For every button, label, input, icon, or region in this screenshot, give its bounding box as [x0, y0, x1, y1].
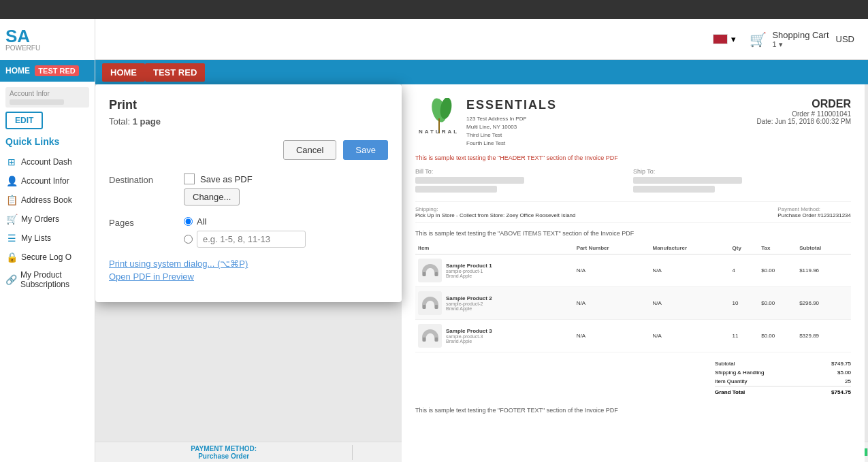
cart-section[interactable]: 🛒 Shopping Cart 1 ▾	[750, 30, 829, 49]
sidebar: SA POWERFU HOME TEST RED Account Infor E…	[0, 19, 95, 462]
account-section-title: Account Infor	[10, 90, 85, 97]
language-selector[interactable]: ▾	[713, 34, 736, 44]
invoice-totals: Subtotal $749.75 Shipping & Handling $5.…	[415, 359, 851, 397]
destination-label: Destination	[109, 174, 184, 185]
iq-value: 25	[845, 378, 851, 384]
invoice-shipping-row: Shipping: Pick Up In Store - Collect fro…	[415, 201, 851, 223]
pages-label: Pages	[109, 216, 184, 228]
cancel-button[interactable]: Cancel	[283, 140, 336, 160]
cart-count: 1 ▾	[772, 40, 829, 49]
address-line1: 123 Test Address In PDF	[466, 115, 557, 123]
save-button[interactable]: Save	[343, 140, 388, 160]
svg-rect-4	[423, 272, 425, 276]
print-system-dialog-link[interactable]: Print using system dialog... (⌥⌘P)	[109, 259, 388, 269]
print-dialog-title: Print	[109, 98, 388, 112]
change-button[interactable]: Change...	[184, 188, 240, 205]
sidebar-item-account-info[interactable]: 👤 Account Infor	[5, 171, 89, 191]
us-flag-icon	[713, 34, 728, 44]
gt-value: $754.75	[831, 389, 851, 395]
shipping-info: Shipping: Pick Up In Store - Collect fro…	[415, 206, 576, 218]
cart-info: Shopping Cart 1 ▾	[772, 30, 829, 49]
sidebar-item-my-orders[interactable]: 🛒 My Orders	[5, 210, 89, 229]
order-number: Order # 110001041	[757, 110, 851, 118]
table-row: Sample Product 2 sample-product-2 Brand …	[415, 287, 851, 320]
pages-custom-radio[interactable]	[184, 235, 193, 244]
sidebar-item-subscriptions[interactable]: 🔗 My Product Subscriptions	[5, 267, 89, 293]
subscriptions-label: My Product Subscriptions	[20, 270, 89, 289]
product-brand: Brand Apple	[446, 306, 492, 311]
nav-home[interactable]: HOME	[102, 63, 145, 82]
invoice-header-text: This is sample text testing the "HEADER …	[415, 154, 851, 161]
svg-rect-8	[423, 337, 425, 342]
pages-custom-row	[184, 231, 388, 248]
bottom-payment: PAYMENT METHOD: Purchase Order	[95, 445, 353, 460]
invoice-above-items-text: This is sample text testing the "ABOVE I…	[415, 230, 851, 237]
col-subtotal: Subtotal	[797, 242, 851, 254]
company-logo-svg: NATURAL	[415, 98, 463, 135]
open-pdf-preview-link[interactable]: Open PDF in Preview	[109, 271, 388, 282]
company-address: 123 Test Address In PDF Multi Line, NY 1…	[466, 115, 557, 148]
payment-value: Purchase Order #1231231234	[777, 212, 851, 218]
invoice-preview: NATURAL ESSENTIALS 123 Test Address In P…	[402, 84, 865, 462]
product-subtotal: $119.96	[797, 254, 851, 287]
pages-options: All	[184, 216, 388, 248]
pages-all-label: All	[197, 216, 206, 227]
top-bar	[0, 0, 868, 19]
pages-row: Pages All	[109, 216, 388, 248]
pages-options-group: All	[184, 216, 388, 248]
company-name: ESSENTIALS	[466, 98, 557, 112]
invoice-totals-box: Subtotal $749.75 Shipping & Handling $5.…	[715, 359, 851, 397]
col-qty: Qty	[730, 242, 759, 254]
product-item-cell: Sample Product 2 sample-product-2 Brand …	[415, 287, 574, 320]
product-tax: $0.00	[758, 320, 797, 352]
subtotal-value: $749.75	[831, 361, 851, 367]
dashboard-icon: ⊞	[5, 156, 18, 168]
invoice-footer-text: This is sample text testing the "FOOTER …	[415, 407, 851, 414]
cart-icon: 🛒	[750, 31, 767, 48]
product-brand: Brand Apple	[446, 339, 492, 344]
ship-to-name-blurred	[633, 177, 742, 184]
sidebar-item-address-book[interactable]: 📋 Address Book	[5, 191, 89, 210]
product-sku: sample-product-2	[446, 301, 492, 306]
sidebar-item-dashboard[interactable]: ⊞ Account Dash	[5, 152, 89, 171]
product-mfg: N/A	[649, 287, 729, 320]
account-info-icon: 👤	[5, 175, 18, 187]
edit-button[interactable]: EDIT	[5, 112, 43, 129]
subtotal-label: Subtotal	[715, 361, 735, 367]
sidebar-item-secure-log[interactable]: 🔒 Secure Log O	[5, 248, 89, 267]
currency-selector[interactable]: USD	[836, 34, 854, 44]
nav-test-red[interactable]: TEST RED	[145, 63, 205, 82]
product-mfg: N/A	[649, 254, 729, 287]
svg-rect-7	[435, 305, 438, 309]
subtotal-row: Subtotal $749.75	[715, 359, 851, 368]
invoice-logo: NATURAL ESSENTIALS 123 Test Address In P…	[415, 98, 557, 148]
svg-rect-9	[435, 337, 438, 342]
svg-rect-6	[423, 305, 425, 309]
account-info-label: Account Infor	[5, 87, 89, 108]
table-row: Sample Product 1 sample-product-1 Brand …	[415, 254, 851, 287]
product-subtotal: $329.89	[797, 320, 851, 352]
sh-label: Shipping & Handling	[715, 369, 765, 376]
bill-to-addr-blurred	[415, 186, 497, 193]
pdf-checkbox[interactable]	[184, 174, 195, 184]
pages-custom-input[interactable]	[197, 231, 306, 248]
payment-label: Payment Method:	[777, 206, 851, 212]
shipping-handling-row: Shipping & Handling $5.00	[715, 368, 851, 377]
sh-value: $5.00	[837, 369, 851, 376]
account-info-label-link: Account Infor	[21, 176, 69, 186]
col-mfg: Manufacturer	[649, 242, 729, 254]
product-part: N/A	[574, 320, 650, 352]
address-book-label: Address Book	[21, 195, 72, 205]
sidebar-home-nav[interactable]: HOME TEST RED	[0, 60, 95, 82]
shipping-label: Shipping:	[415, 206, 576, 212]
pages-all-radio[interactable]	[184, 217, 193, 226]
destination-value: Save as PDF Change...	[184, 174, 388, 205]
bill-to-name-blurred	[415, 177, 524, 184]
invoice-table: Item Part Number Manufacturer Qty Tax Su…	[415, 242, 851, 352]
svg-text:NATURAL: NATURAL	[419, 129, 459, 135]
product-tax: $0.00	[758, 287, 797, 320]
product-qty: 10	[730, 287, 759, 320]
sidebar-item-my-lists[interactable]: ☰ My Lists	[5, 229, 89, 248]
main-area: ▾ 🛒 Shopping Cart 1 ▾ USD HOME TEST RED …	[95, 19, 868, 462]
home-nav-label: HOME	[5, 66, 30, 76]
